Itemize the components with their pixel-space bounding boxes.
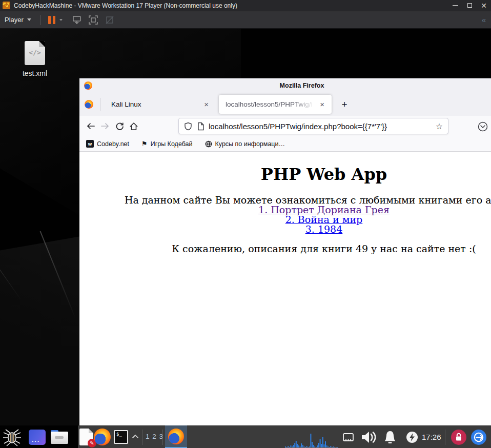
firefox-logo-icon — [84, 82, 92, 90]
tab-kali-linux[interactable]: Kali Linux × — [104, 95, 216, 114]
reload-button[interactable] — [112, 119, 127, 133]
terminal-icon[interactable]: $_ — [114, 430, 128, 444]
codeby-favicon: w — [86, 140, 94, 148]
not-found-message: К сожалению, описания для книги 49 у нас… — [79, 244, 491, 254]
lock-screen-button[interactable] — [451, 430, 466, 445]
tab-label: localhost/lesson5/PHPTwig/i — [226, 100, 318, 108]
desktop-file-label: test.xml — [15, 69, 54, 77]
bookmark-igry-codebay[interactable]: ⚑ Игры Кодебай — [141, 140, 192, 148]
bookmark-label: Codeby.net — [97, 140, 129, 148]
flag-icon: ⚑ — [141, 140, 148, 147]
book-link-3[interactable]: 3. 1984 — [79, 225, 491, 234]
book-links: 1. Портрет Дориана Грея 2. Война и мир 3… — [79, 205, 491, 234]
clock[interactable]: 17:26 — [422, 433, 441, 441]
vmware-titlebar: CodebyHackMashine - VMware Workstation 1… — [0, 0, 491, 11]
notification-bell-icon[interactable] — [382, 430, 398, 445]
suspend-vm-button[interactable] — [45, 16, 66, 24]
firefox-titlebar[interactable]: Mozilla Firefox — [79, 78, 491, 93]
file-manager-icon[interactable] — [51, 430, 68, 444]
logout-button[interactable] — [471, 430, 486, 445]
toolbar-divider — [40, 15, 41, 25]
collapse-toolbar-button[interactable]: « — [482, 15, 485, 24]
maximize-button[interactable] — [462, 0, 477, 11]
vmware-player-window: CodebyHackMashine - VMware Workstation 1… — [0, 0, 491, 448]
tab-localhost-active[interactable]: localhost/lesson5/PHPTwig/i × — [219, 95, 332, 114]
home-button[interactable] — [127, 119, 141, 133]
tab-label: Kali Linux — [111, 100, 202, 108]
bookmark-star-icon[interactable]: ☆ — [436, 121, 443, 131]
vmware-toolbar: Player « — [0, 11, 491, 29]
tab-divider — [100, 98, 100, 111]
unity-mode-button-disabled — [105, 15, 115, 25]
chevron-down-icon — [27, 18, 31, 21]
xml-file-icon: </> — [25, 41, 45, 65]
network-history-graph — [285, 432, 338, 448]
send-ctrl-alt-del-button[interactable] — [72, 15, 82, 25]
page-icon — [197, 122, 204, 131]
shield-icon — [184, 122, 192, 131]
firefox-window-title: Mozilla Firefox — [280, 82, 324, 89]
url-text[interactable]: localhost/lesson5/PHPTwig/index.php?book… — [209, 122, 432, 131]
window-manager-icon[interactable] — [29, 430, 46, 445]
chevron-up-icon[interactable] — [131, 433, 139, 441]
pocket-save-icon[interactable] — [477, 121, 488, 132]
fullscreen-button[interactable] — [88, 15, 98, 25]
pause-icon — [48, 16, 55, 24]
text-editor-icon[interactable]: ✎ — [79, 429, 93, 445]
taskbar-divider — [142, 430, 142, 445]
book-link-2[interactable]: 2. Война и мир — [79, 215, 491, 225]
firefox-menu-icon[interactable] — [85, 100, 93, 109]
globe-icon — [205, 140, 212, 148]
web-page-content: PHP Web App На данном сайте Вы можете оз… — [79, 152, 491, 425]
chevron-down-icon — [59, 19, 63, 21]
firefox-icon — [168, 429, 184, 444]
taskbar-divider — [162, 430, 163, 445]
close-button[interactable]: ✕ — [477, 0, 491, 11]
kali-menu-icon[interactable] — [3, 428, 22, 447]
volume-icon[interactable] — [360, 430, 378, 444]
firefox-task-button-active[interactable] — [165, 425, 187, 448]
kali-taskbar: ✎ $_ 1 2 3 4 — [0, 425, 491, 448]
forward-button — [98, 119, 112, 133]
vmware-player-icon — [3, 2, 10, 9]
minimize-button[interactable] — [448, 0, 462, 11]
player-menu-button[interactable]: Player — [0, 13, 36, 27]
page-title: PHP Web App — [79, 165, 491, 185]
firefox-window: Mozilla Firefox Kali Linux × localhost/l… — [79, 78, 491, 425]
bookmark-kursy[interactable]: Курсы по информаци… — [205, 140, 285, 148]
power-manager-icon[interactable] — [406, 432, 418, 443]
url-bar[interactable]: localhost/lesson5/PHPTwig/index.php?book… — [178, 118, 448, 134]
bookmarks-toolbar: w Codeby.net ⚑ Игры Кодебай Курсы по инф… — [79, 136, 491, 152]
tab-close-icon[interactable]: × — [202, 99, 211, 109]
bookmark-codeby[interactable]: w Codeby.net — [86, 140, 129, 148]
network-status-icon[interactable] — [342, 433, 354, 442]
code-glyph: </> — [25, 49, 45, 56]
bookmark-label: Курсы по информаци… — [215, 140, 285, 148]
firefox-tab-bar: Kali Linux × localhost/lesson5/PHPTwig/i… — [79, 93, 491, 116]
player-menu-label: Player — [5, 16, 24, 24]
taskbar-divider — [445, 430, 445, 445]
desktop-file-test-xml[interactable]: </> test.xml — [15, 41, 54, 77]
back-button[interactable] — [84, 119, 98, 133]
firefox-launcher-icon[interactable] — [94, 429, 111, 445]
firefox-navigation-bar: localhost/lesson5/PHPTwig/index.php?book… — [79, 116, 491, 136]
tab-close-icon[interactable]: × — [318, 99, 326, 109]
bookmark-label: Игры Кодебай — [151, 140, 193, 148]
vmware-window-title: CodebyHackMashine - VMware Workstation 1… — [14, 2, 237, 9]
vm-screen-kali-desktop: </> test.xml Mozilla Firefox Kali Linux … — [0, 29, 491, 448]
new-tab-button[interactable]: + — [338, 98, 351, 111]
